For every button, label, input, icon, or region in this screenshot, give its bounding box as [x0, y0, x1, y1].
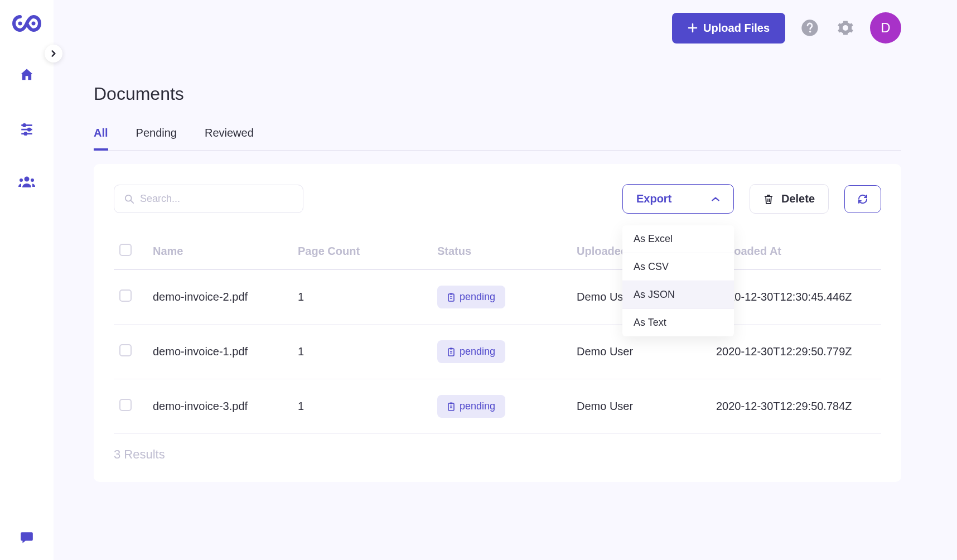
clipboard-icon — [447, 402, 455, 411]
status-badge: pending — [437, 286, 505, 308]
svg-rect-14 — [448, 294, 454, 301]
topbar: Upload Files D — [94, 0, 901, 56]
sidebar-users-icon[interactable] — [13, 168, 40, 195]
svg-point-10 — [31, 178, 34, 182]
cell-uploaded-at: 2020-12-30T12:29:50.779Z — [710, 325, 881, 379]
col-header-checkbox — [114, 234, 147, 269]
avatar[interactable]: D — [870, 12, 901, 44]
row-checkbox[interactable] — [119, 344, 132, 356]
action-row: Export As Excel As CSV As JSON As Text D… — [114, 184, 881, 214]
help-icon[interactable] — [799, 17, 821, 39]
svg-rect-18 — [448, 349, 454, 356]
col-header-page-count[interactable]: Page Count — [292, 234, 432, 269]
plus-icon — [688, 23, 698, 33]
table-row[interactable]: demo-invoice-2.pdf 1 pending Demo User 2… — [114, 269, 881, 325]
export-option-csv[interactable]: As CSV — [622, 253, 734, 281]
cell-page-count: 1 — [292, 379, 432, 434]
sidebar-home-icon[interactable] — [13, 61, 40, 88]
action-buttons: Export As Excel As CSV As JSON As Text D… — [622, 184, 881, 214]
sidebar-chat-icon[interactable] — [20, 530, 34, 544]
documents-table: Name Page Count Status Uploaded By Uploa… — [114, 234, 881, 434]
clipboard-icon — [447, 293, 455, 302]
cell-page-count: 1 — [292, 325, 432, 379]
refresh-button[interactable] — [844, 185, 881, 213]
delete-label: Delete — [781, 192, 815, 205]
sidebar — [0, 0, 54, 560]
status-badge: pending — [437, 340, 505, 363]
select-all-checkbox[interactable] — [119, 244, 132, 256]
table-row[interactable]: demo-invoice-1.pdf 1 pending Demo User 2… — [114, 325, 881, 379]
avatar-initial: D — [881, 20, 890, 36]
col-header-status[interactable]: Status — [432, 234, 571, 269]
tabs: All Pending Reviewed — [94, 127, 901, 151]
export-button[interactable]: Export — [622, 184, 734, 214]
tab-all[interactable]: All — [94, 127, 108, 151]
refresh-icon — [857, 194, 868, 205]
svg-point-1 — [32, 22, 36, 26]
svg-rect-23 — [450, 402, 453, 404]
upload-files-button[interactable]: Upload Files — [672, 13, 785, 44]
status-text: pending — [460, 346, 495, 358]
export-option-text[interactable]: As Text — [622, 309, 734, 336]
svg-rect-19 — [450, 347, 453, 349]
svg-rect-22 — [448, 403, 454, 411]
row-checkbox[interactable] — [119, 289, 132, 302]
svg-point-12 — [809, 31, 811, 32]
export-dropdown: As Excel As CSV As JSON As Text — [622, 225, 734, 336]
search-icon — [124, 194, 134, 204]
svg-point-3 — [23, 124, 26, 126]
svg-point-7 — [25, 133, 27, 135]
documents-card: Export As Excel As CSV As JSON As Text D… — [94, 164, 901, 482]
export-option-excel[interactable]: As Excel — [622, 225, 734, 253]
gear-icon[interactable] — [834, 17, 857, 39]
logo-icon — [12, 13, 41, 33]
status-text: pending — [460, 291, 495, 303]
col-header-uploaded-at[interactable]: Uploaded At — [710, 234, 881, 269]
cell-name: demo-invoice-3.pdf — [147, 379, 292, 434]
export-label: Export — [636, 192, 671, 205]
delete-button[interactable]: Delete — [750, 184, 829, 214]
page-title: Documents — [94, 84, 901, 104]
cell-uploaded-at: 2020-12-30T12:30:45.446Z — [710, 269, 881, 325]
main-content: Upload Files D Documents All Pending Rev… — [54, 0, 957, 482]
sidebar-expand-toggle[interactable] — [45, 45, 62, 62]
search-input[interactable] — [140, 193, 293, 205]
cell-name: demo-invoice-1.pdf — [147, 325, 292, 379]
export-option-json[interactable]: As JSON — [622, 281, 734, 309]
cell-uploaded-at: 2020-12-30T12:29:50.784Z — [710, 379, 881, 434]
results-count: 3 Results — [114, 447, 881, 462]
svg-point-5 — [28, 128, 30, 131]
status-badge: pending — [437, 395, 505, 418]
clipboard-icon — [447, 347, 455, 356]
col-header-name[interactable]: Name — [147, 234, 292, 269]
row-checkbox[interactable] — [119, 399, 132, 411]
cell-uploaded-by: Demo User — [571, 379, 710, 434]
cell-page-count: 1 — [292, 269, 432, 325]
svg-point-13 — [125, 195, 132, 201]
tab-pending[interactable]: Pending — [136, 127, 177, 150]
tab-reviewed[interactable]: Reviewed — [205, 127, 254, 150]
status-text: pending — [460, 400, 495, 412]
svg-point-8 — [25, 177, 30, 182]
svg-point-0 — [18, 22, 22, 26]
search-box[interactable] — [114, 185, 303, 213]
svg-rect-15 — [450, 293, 453, 295]
sidebar-settings-icon[interactable] — [13, 115, 40, 142]
table-row[interactable]: demo-invoice-3.pdf 1 pending Demo User 2… — [114, 379, 881, 434]
trash-icon — [763, 194, 774, 205]
svg-point-9 — [20, 178, 23, 182]
chevron-up-icon — [711, 196, 720, 202]
upload-label: Upload Files — [703, 22, 770, 35]
cell-name: demo-invoice-2.pdf — [147, 269, 292, 325]
